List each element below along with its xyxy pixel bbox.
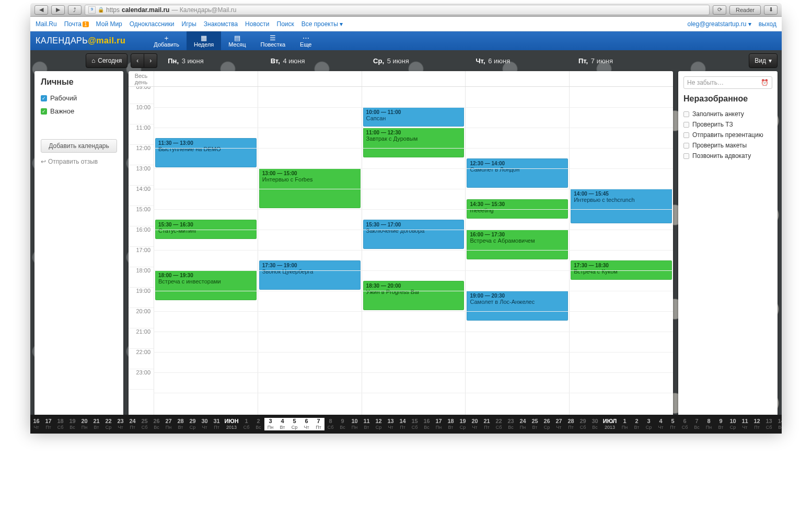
strip-day[interactable]: 9Вс: [337, 418, 349, 430]
strip-day[interactable]: 25Вт: [529, 418, 541, 430]
calendar-work[interactable]: ✓Рабочий: [41, 94, 117, 102]
event[interactable]: 15:30 — 16:30Статус-митинг: [155, 220, 257, 239]
event[interactable]: 10:00 — 11:00Сапсан: [363, 107, 465, 127]
strip-day[interactable]: 30Вс: [589, 418, 601, 430]
todo-item[interactable]: Отправить презентацию: [683, 130, 772, 140]
strip-day[interactable]: 27Пн: [163, 418, 175, 430]
feedback-link[interactable]: ↩Отправить отзыв: [41, 158, 117, 165]
user-menu[interactable]: oleg@greatstartup.ru ▾: [687, 20, 751, 28]
event[interactable]: 17:30 — 18:30Встреча с Куком: [571, 260, 672, 280]
strip-day[interactable]: 15Сб: [409, 418, 421, 430]
strip-day[interactable]: 3Ср: [643, 418, 655, 430]
event[interactable]: 12:30 — 14:00Самолет в Лондон: [467, 158, 568, 188]
strip-day[interactable]: 18Вт: [445, 418, 457, 430]
strip-day[interactable]: 28Вт: [175, 418, 187, 430]
strip-day[interactable]: 2Вс: [252, 418, 264, 430]
more-tab[interactable]: ⋯Еще: [293, 31, 319, 50]
day-col-tue[interactable]: 13:00 — 15:00Интервью с Forbes17:30 — 19…: [258, 87, 362, 429]
strip-day[interactable]: 1Сб: [240, 418, 252, 430]
event[interactable]: 14:00 — 15:45Интервью с techcrunch: [571, 189, 672, 223]
address-bar[interactable]: 9 🔒 https calendar.mail.ru — Календарь@M…: [85, 5, 710, 15]
strip-day[interactable]: 12Пт: [751, 418, 763, 430]
event[interactable]: 15:30 — 17:00Заключение договора: [363, 220, 465, 249]
day-col-mon[interactable]: 11:30 — 13:00Выступление на DEMO15:30 — …: [154, 87, 258, 429]
strip-day[interactable]: 19Вс: [66, 418, 78, 430]
strip-day[interactable]: 26Вс: [150, 418, 163, 430]
checkbox-icon[interactable]: [683, 122, 689, 128]
strip-day[interactable]: 22Сб: [493, 418, 505, 430]
strip-day[interactable]: 5Ср: [288, 418, 300, 430]
strip-day[interactable]: 16Чт: [30, 418, 42, 430]
strip-day[interactable]: 23Чт: [114, 418, 126, 430]
day-col-fri[interactable]: 14:00 — 15:45Интервью с techcrunch17:30 …: [569, 87, 673, 429]
checkbox-icon[interactable]: [683, 143, 689, 149]
nav-ok[interactable]: Одноклассники: [130, 20, 175, 28]
strip-day[interactable]: 20Пн: [78, 418, 90, 430]
nav-mailru[interactable]: Mail.Ru: [36, 20, 57, 28]
day-col-thu[interactable]: 12:30 — 14:00Самолет в Лондон14:30 — 15:…: [465, 87, 569, 429]
strip-day[interactable]: 28Пт: [565, 418, 577, 430]
nav-mymir[interactable]: Мой Мир: [96, 20, 122, 28]
todo-item[interactable]: Позвонить адвокату: [683, 151, 772, 161]
strip-day[interactable]: 14Вс: [775, 418, 782, 430]
strip-day[interactable]: 13Чт: [385, 418, 397, 430]
strip-day[interactable]: 7Вс: [691, 418, 703, 430]
strip-day[interactable]: 11Чт: [739, 418, 751, 430]
reload-button[interactable]: ⟳: [713, 5, 726, 15]
nav-dating[interactable]: Знакомства: [204, 20, 238, 28]
reminder-input[interactable]: Не забыть…⏰: [683, 76, 772, 89]
strip-day[interactable]: 9Вт: [715, 418, 727, 430]
strip-day[interactable]: 31Пт: [211, 418, 223, 430]
strip-day[interactable]: 2Вт: [631, 418, 643, 430]
strip-day[interactable]: 13Сб: [763, 418, 775, 430]
downloads-button[interactable]: ⬇: [764, 5, 778, 15]
add-button[interactable]: ＋Добавить: [146, 31, 187, 50]
strip-day[interactable]: 3Пн: [264, 418, 276, 430]
strip-day[interactable]: 7Пт: [312, 418, 324, 430]
todo-item[interactable]: Заполнить анкету: [683, 109, 772, 119]
next-button[interactable]: ›: [144, 53, 157, 68]
strip-day[interactable]: 24Пн: [517, 418, 529, 430]
logout-link[interactable]: выход: [759, 20, 776, 28]
event[interactable]: 18:30 — 20:00Ужин в Progress Bar: [363, 281, 465, 311]
event[interactable]: 16:00 — 17:30Встреча с Абрамовичем: [467, 230, 568, 259]
strip-day[interactable]: 6Чт: [300, 418, 312, 430]
strip-day[interactable]: 21Вт: [90, 418, 102, 430]
strip-day[interactable]: 24Пт: [126, 418, 138, 430]
back-button[interactable]: ◀: [34, 5, 48, 15]
strip-day[interactable]: 29Ср: [187, 418, 199, 430]
todo-item[interactable]: Проверить ТЗ: [683, 119, 772, 130]
add-calendar-button[interactable]: Добавить календарь: [41, 139, 117, 153]
strip-day[interactable]: 6Сб: [679, 418, 691, 430]
event[interactable]: 14:30 — 15:30meeeting: [467, 199, 568, 219]
strip-day[interactable]: 1Пн: [619, 418, 631, 430]
nav-news[interactable]: Новости: [245, 20, 269, 28]
event[interactable]: 11:00 — 12:30Завтрак с Дуровым: [363, 128, 465, 157]
reader-button[interactable]: Reader: [729, 5, 761, 15]
agenda-tab[interactable]: ☰Повестка: [253, 31, 293, 50]
strip-day[interactable]: 5Пт: [667, 418, 679, 430]
strip-day[interactable]: 10Ср: [727, 418, 739, 430]
strip-day[interactable]: 22Ср: [102, 418, 114, 430]
strip-day[interactable]: 12Ср: [373, 418, 385, 430]
strip-day[interactable]: 23Вс: [505, 418, 517, 430]
nav-projects[interactable]: Все проекты ▾: [301, 20, 343, 28]
today-button[interactable]: ⌂Сегодня: [86, 53, 127, 68]
event[interactable]: 17:30 — 19:00Звонок Цукерберга: [259, 260, 361, 290]
event[interactable]: 19:00 — 20:30Самолет в Лос-Анжелес: [467, 291, 568, 321]
forward-button[interactable]: ▶: [51, 5, 65, 15]
strip-day[interactable]: 11Вт: [361, 418, 373, 430]
nav-mail[interactable]: Почта1: [64, 20, 89, 28]
strip-day[interactable]: 27Чт: [553, 418, 565, 430]
prev-button[interactable]: ‹: [131, 53, 144, 68]
share-button[interactable]: ⤴: [68, 5, 82, 15]
month-tab[interactable]: ▤Месяц: [221, 31, 253, 50]
view-button[interactable]: Вид ▾: [749, 53, 778, 68]
nav-search[interactable]: Поиск: [277, 20, 294, 28]
strip-day[interactable]: 21Пт: [481, 418, 493, 430]
checkbox-icon[interactable]: [683, 111, 689, 117]
event[interactable]: 13:00 — 15:00Интервью с Forbes: [259, 168, 361, 208]
strip-day[interactable]: 17Пт: [42, 418, 54, 430]
strip-day[interactable]: 14Пт: [397, 418, 409, 430]
strip-day[interactable]: 16Вс: [421, 418, 433, 430]
